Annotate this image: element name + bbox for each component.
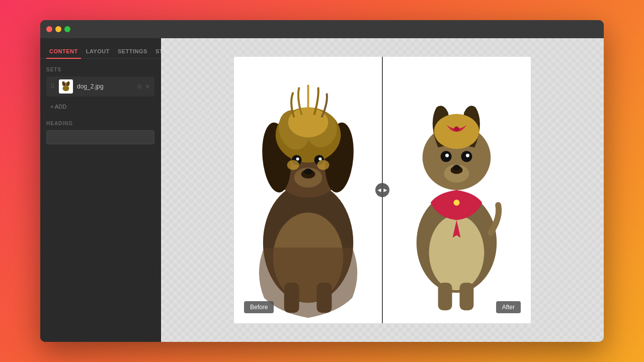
svg-point-28 [317, 160, 329, 170]
titlebar [40, 20, 604, 38]
svg-rect-44 [459, 283, 473, 310]
window-body: CONTENT LAYOUT SETTINGS STYLE SETS ⠿ [40, 38, 604, 342]
add-set-button[interactable]: + ADD [46, 101, 154, 113]
after-label: After [496, 301, 521, 313]
close-button[interactable] [46, 26, 52, 32]
sidebar-content: SETS ⠿ [40, 59, 160, 342]
before-label: Before [244, 301, 274, 313]
minimize-button[interactable] [55, 26, 61, 32]
svg-point-21 [318, 157, 321, 160]
sets-list: ⠿ [46, 76, 154, 97]
tab-bar: CONTENT LAYOUT SETTINGS STYLE [40, 38, 160, 59]
delete-button[interactable]: ✕ [145, 83, 150, 90]
app-window: CONTENT LAYOUT SETTINGS STYLE SETS ⠿ [40, 20, 604, 342]
svg-point-27 [287, 160, 299, 170]
before-dog-image [234, 57, 382, 323]
tab-content[interactable]: CONTENT [46, 44, 81, 58]
heading-section: HEADING [46, 121, 154, 144]
heading-label: HEADING [46, 121, 154, 126]
sidebar: CONTENT LAYOUT SETTINGS STYLE SETS ⠿ [40, 38, 161, 342]
set-thumbnail [59, 79, 73, 94]
main-content: ◄► [161, 38, 604, 342]
duplicate-button[interactable]: ⎘ [138, 83, 142, 90]
tab-layout[interactable]: LAYOUT [83, 44, 113, 58]
svg-point-7 [65, 85, 67, 87]
svg-point-6 [66, 84, 67, 85]
traffic-lights [46, 26, 70, 32]
before-panel [234, 57, 382, 323]
set-item[interactable]: ⠿ [46, 76, 154, 97]
svg-rect-43 [438, 283, 452, 310]
svg-point-20 [296, 157, 299, 160]
set-name: dog_2.jpg [77, 83, 134, 90]
drag-handle-icon[interactable]: ⠿ [50, 83, 55, 90]
tab-settings[interactable]: SETTINGS [115, 44, 150, 58]
comparison-container: ◄► [234, 57, 531, 323]
svg-point-34 [454, 126, 459, 131]
divider-arrows-icon: ◄► [376, 187, 388, 194]
svg-point-42 [454, 200, 460, 206]
divider-line: ◄► [382, 57, 383, 323]
sets-label: SETS [46, 67, 154, 72]
divider-handle[interactable]: ◄► [375, 183, 389, 197]
svg-point-41 [453, 165, 460, 170]
maximize-button[interactable] [64, 26, 70, 32]
set-actions: ⎘ ✕ [138, 83, 150, 90]
svg-point-37 [466, 154, 469, 157]
after-panel [383, 57, 531, 323]
svg-point-38 [445, 154, 449, 157]
svg-point-5 [64, 84, 65, 85]
dog-thumb-svg [59, 80, 72, 93]
after-dog-image [383, 57, 531, 323]
svg-point-24 [304, 168, 312, 174]
heading-input[interactable] [46, 130, 154, 144]
